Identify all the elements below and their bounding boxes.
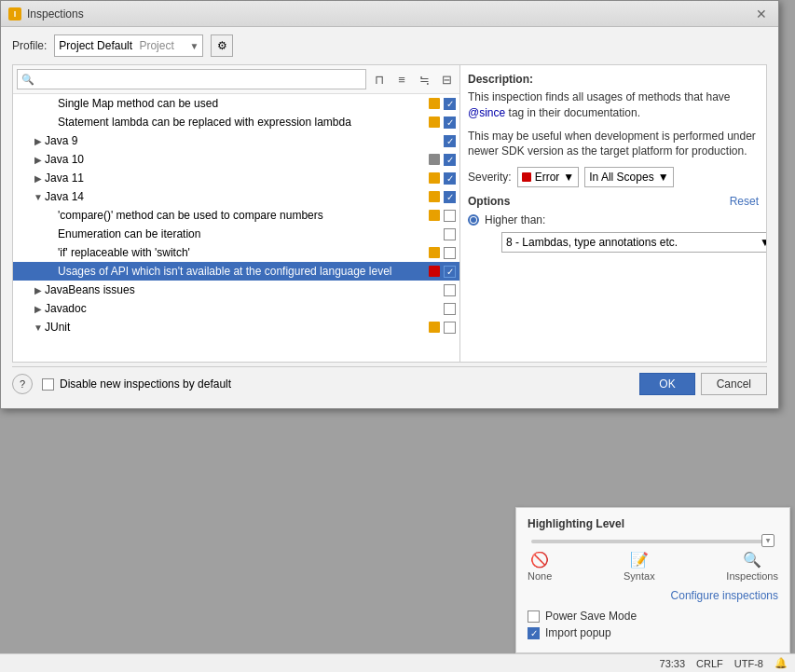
- tree-item-compare[interactable]: 'compare()' method can be used to compar…: [13, 206, 459, 225]
- tree-item-if-replaceable[interactable]: 'if' replaceable with 'switch': [13, 243, 459, 262]
- expand-icon: [45, 116, 58, 129]
- more-options-button[interactable]: ⊟: [437, 70, 456, 89]
- item-checkbox[interactable]: [444, 247, 456, 259]
- expand-icon: ▶: [32, 134, 45, 147]
- tree-item-javabeans[interactable]: ▶ JavaBeans issues: [13, 281, 459, 299]
- title-bar-left: I Inspections: [8, 7, 84, 21]
- tree-item-label: JavaBeans issues: [45, 283, 442, 296]
- syntax-icon: 📝: [630, 551, 649, 569]
- level-dropdown-wrapper: 8 - Lambdas, type annotations etc. ▼: [485, 232, 759, 253]
- tree-item-label: Enumeration can be iteration: [58, 227, 442, 240]
- disable-label: Disable new inspections by default: [60, 377, 231, 391]
- item-checkbox[interactable]: [444, 284, 456, 296]
- configure-inspections-link[interactable]: Configure inspections: [528, 589, 778, 602]
- highlight-panel: Highlighting Level 🚫 None 📝 Syntax 🔍 Ins…: [515, 507, 790, 653]
- search-bar: 🔍 ⊓ ≡ ≒ ⊟: [13, 65, 459, 94]
- highlight-title: Highlighting Level: [528, 517, 778, 530]
- profile-label: Profile:: [12, 39, 47, 52]
- level-dropdown[interactable]: 8 - Lambdas, type annotations etc. ▼: [501, 232, 766, 253]
- severity-row: Severity: Error ▼ In All Scopes ▼: [468, 167, 759, 187]
- item-checkbox[interactable]: ✓: [444, 172, 456, 185]
- expand-icon: [45, 265, 58, 278]
- higher-than-radio[interactable]: [468, 214, 479, 226]
- tree-item-label: Java 14: [45, 190, 427, 203]
- tree-item-label: Usages of API which isn't available at t…: [58, 265, 427, 278]
- severity-dropdown[interactable]: Error ▼: [517, 167, 580, 187]
- tree-item-stmt-lambda[interactable]: Statement lambda can be replaced with ex…: [13, 113, 459, 131]
- item-checkbox[interactable]: [444, 228, 456, 240]
- item-checkbox[interactable]: ✓: [444, 266, 456, 278]
- chevron-down-icon: ▼: [760, 236, 766, 249]
- tree-item-label: Statement lambda can be replaced with ex…: [58, 116, 427, 129]
- severity-red-icon: [429, 266, 440, 277]
- severity-yellow-icon: [429, 210, 440, 221]
- tree-item-java9[interactable]: ▶ Java 9 ✓: [13, 131, 459, 150]
- import-label: Import popup: [545, 626, 611, 639]
- highlight-levels: 🚫 None 📝 Syntax 🔍 Inspections: [528, 551, 778, 582]
- expand-icon: ▶: [32, 302, 45, 315]
- severity-value: Error: [535, 171, 560, 184]
- since-tag: @since: [468, 106, 505, 119]
- tree-item-java10[interactable]: ▶ Java 10 ✓: [13, 150, 459, 169]
- disable-checkbox[interactable]: [42, 378, 54, 391]
- tree-item-junit[interactable]: ▼ JUnit: [13, 318, 459, 336]
- dialog-icon: I: [8, 7, 21, 21]
- item-checkbox[interactable]: ✓: [444, 135, 456, 147]
- item-checkbox[interactable]: [444, 210, 456, 222]
- expand-icon: [45, 209, 58, 222]
- item-checkbox[interactable]: [444, 303, 456, 315]
- cancel-button[interactable]: Cancel: [701, 373, 767, 395]
- severity-yellow-icon: [429, 98, 440, 109]
- close-button[interactable]: ✕: [752, 5, 771, 23]
- severity-yellow-icon: [429, 322, 440, 333]
- item-checkbox[interactable]: ✓: [444, 154, 456, 166]
- inspections-icon: 🔍: [743, 551, 761, 569]
- line-ending: CRLF: [696, 658, 723, 669]
- item-checkbox[interactable]: ✓: [444, 98, 456, 110]
- slider-thumb[interactable]: [761, 534, 774, 547]
- description-text2: This may be useful when development is p…: [468, 129, 759, 160]
- tree-item-label: 'compare()' method can be used to compar…: [58, 209, 427, 222]
- expand-icon: [45, 97, 58, 110]
- tree-item-usages-api[interactable]: Usages of API which isn't available at t…: [13, 262, 459, 281]
- search-input[interactable]: [36, 74, 362, 85]
- help-button[interactable]: ?: [12, 374, 33, 394]
- tree-item-java11[interactable]: ▶ Java 11 ✓: [13, 169, 459, 187]
- right-panel: Description: This inspection finds all u…: [460, 65, 766, 362]
- expand-icon: ▶: [32, 171, 45, 185]
- title-bar: I Inspections ✕: [1, 1, 778, 27]
- item-checkbox[interactable]: [444, 322, 456, 334]
- higher-than-row: Higher than:: [468, 213, 759, 226]
- slider-track: [531, 540, 774, 543]
- power-save-label: Power Save Mode: [545, 610, 637, 623]
- tree-item-single-map[interactable]: Single Map method can be used ✓: [13, 94, 459, 113]
- power-save-checkbox[interactable]: [528, 610, 540, 623]
- item-checkbox[interactable]: ✓: [444, 117, 456, 129]
- hl-level-inspections: 🔍 Inspections: [726, 551, 778, 582]
- power-save-row: Power Save Mode: [528, 610, 778, 623]
- syntax-label: Syntax: [624, 570, 655, 582]
- profile-select[interactable]: Project Default Project ▼: [54, 34, 203, 57]
- tree-item-javadoc[interactable]: ▶ Javadoc: [13, 299, 459, 318]
- filter-button[interactable]: ⊓: [370, 70, 389, 89]
- ok-button[interactable]: OK: [639, 373, 694, 395]
- tree-item-label: Java 11: [45, 171, 427, 185]
- expand-all-button[interactable]: ≡: [392, 70, 411, 89]
- profile-value: Project Default Project: [59, 39, 185, 52]
- gear-button[interactable]: ⚙: [211, 34, 233, 57]
- none-label: None: [528, 570, 552, 582]
- tree-item-label: 'if' replaceable with 'switch': [58, 246, 427, 259]
- reset-link[interactable]: Reset: [730, 195, 759, 208]
- chevron-down-icon: ▼: [189, 41, 199, 51]
- tree-item-label: JUnit: [45, 321, 427, 334]
- chevron-down-icon: ▼: [563, 171, 574, 184]
- dialog-body: Profile: Project Default Project ▼ ⚙ 🔍: [1, 27, 778, 408]
- hl-level-none: 🚫 None: [528, 551, 552, 582]
- tree-item-enumeration[interactable]: Enumeration can be iteration: [13, 225, 459, 243]
- scope-dropdown[interactable]: In All Scopes ▼: [584, 167, 673, 187]
- tree-item-java14[interactable]: ▼ Java 14 ✓: [13, 187, 459, 206]
- import-checkbox[interactable]: ✓: [528, 627, 540, 639]
- collapse-all-button[interactable]: ≒: [415, 70, 433, 89]
- item-checkbox[interactable]: ✓: [444, 191, 456, 203]
- severity-yellow-icon: [429, 117, 440, 128]
